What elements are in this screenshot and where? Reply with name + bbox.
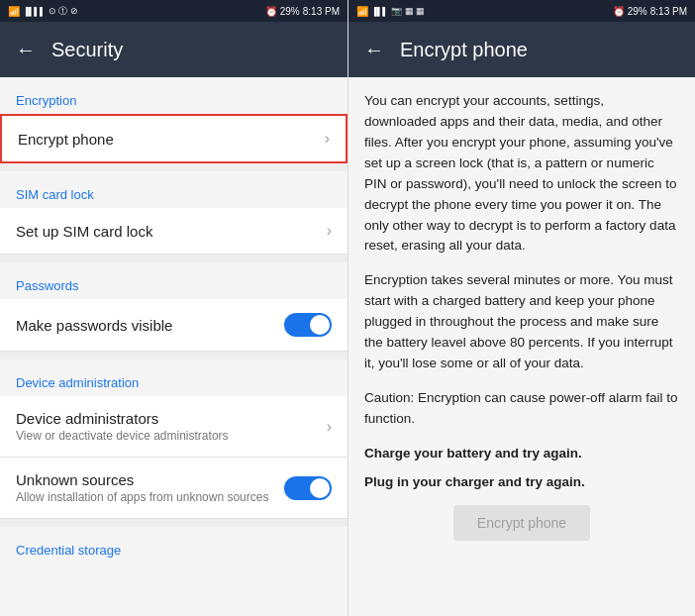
sim-card-lock-item[interactable]: Set up SIM card lock › xyxy=(0,208,348,255)
left-header: ← Security xyxy=(0,22,348,77)
section-label-encryption: Encryption xyxy=(0,77,348,114)
encrypt-description-3: Caution: Encryption can cause power-off … xyxy=(364,388,679,430)
passwords-visible-toggle[interactable] xyxy=(284,313,332,337)
left-status-bar: 📶 ▐▌▌▌ ⊙ ⓣ ⊘ ⏰ 29% 8:13 PM xyxy=(0,0,348,22)
device-admins-content: Device administrators View or deactivate… xyxy=(16,410,327,443)
unknown-sources-content: Unknown sources Allow installation of ap… xyxy=(16,471,284,504)
device-admins-item[interactable]: Device administrators View or deactivate… xyxy=(0,396,348,458)
signal-icon-2: ▐▌▌▌ xyxy=(23,7,46,16)
right-header: ← Encrypt phone xyxy=(348,22,695,77)
notification-icons-r: 📷 ▦ ▦ xyxy=(391,6,425,16)
notification-icons: ⊙ ⓣ ⊘ xyxy=(49,5,78,18)
passwords-visible-content: Make passwords visible xyxy=(16,317,284,334)
time-display-r: 8:13 PM xyxy=(650,6,687,17)
charge-battery-warning: Charge your battery and try again. xyxy=(364,444,679,464)
plug-charger-warning: Plug in your charger and try again. xyxy=(364,472,679,493)
encrypt-description-1: You can encrypt your accounts, settings,… xyxy=(364,91,679,257)
right-page-title: Encrypt phone xyxy=(400,39,528,61)
section-label-device-admin: Device administration xyxy=(0,359,348,396)
left-panel: 📶 ▐▌▌▌ ⊙ ⓣ ⊘ ⏰ 29% 8:13 PM ← Security En… xyxy=(0,0,348,616)
battery-level: 29% xyxy=(280,6,300,17)
divider-1 xyxy=(0,163,348,171)
encrypt-description-2: Encryption takes several minutes or more… xyxy=(364,270,679,374)
encrypt-phone-item[interactable]: Encrypt phone › xyxy=(0,114,348,163)
sim-card-lock-content: Set up SIM card lock xyxy=(16,223,327,240)
signal-icon: 📶 xyxy=(8,6,20,17)
signal-icon-r2: ▐▌▌ xyxy=(371,7,388,16)
section-label-passwords: Passwords xyxy=(0,262,348,299)
right-back-button[interactable]: ← xyxy=(364,39,384,61)
unknown-sources-toggle[interactable] xyxy=(284,476,332,500)
unknown-sources-item[interactable]: Unknown sources Allow installation of ap… xyxy=(0,458,348,519)
alarm-icon-r: ⏰ xyxy=(613,6,625,17)
time-display: 8:13 PM xyxy=(303,6,340,17)
sim-card-lock-label: Set up SIM card lock xyxy=(16,223,327,240)
alarm-icon: ⏰ xyxy=(265,6,277,17)
chevron-icon-3: › xyxy=(327,418,332,436)
right-panel-content: You can encrypt your accounts, settings,… xyxy=(348,77,695,616)
page-title: Security xyxy=(51,39,123,61)
right-status-right: ⏰ 29% 8:13 PM xyxy=(613,6,687,17)
right-status-icons: 📶 ▐▌▌ 📷 ▦ ▦ xyxy=(356,6,425,17)
divider-2 xyxy=(0,255,348,262)
back-button[interactable]: ← xyxy=(16,39,36,61)
divider-3 xyxy=(0,352,348,359)
signal-icon-r: 📶 xyxy=(356,6,368,17)
section-label-credential: Credential storage xyxy=(0,527,348,564)
chevron-icon-2: › xyxy=(327,222,332,240)
right-status-bar: 📶 ▐▌▌ 📷 ▦ ▦ ⏰ 29% 8:13 PM xyxy=(348,0,695,22)
device-admins-sub: View or deactivate device administrators xyxy=(16,429,327,443)
passwords-visible-item[interactable]: Make passwords visible xyxy=(0,299,348,352)
battery-level-r: 29% xyxy=(628,6,647,17)
passwords-visible-label: Make passwords visible xyxy=(16,317,284,334)
left-status-right: ⏰ 29% 8:13 PM xyxy=(265,6,340,17)
unknown-sources-sub: Allow installation of apps from unknown … xyxy=(16,490,284,504)
encrypt-phone-button[interactable]: Encrypt phone xyxy=(453,505,590,541)
encrypt-phone-content: Encrypt phone xyxy=(18,131,325,148)
divider-4 xyxy=(0,519,348,527)
unknown-sources-label: Unknown sources xyxy=(16,471,284,488)
left-panel-content: Encryption Encrypt phone › SIM card lock… xyxy=(0,77,348,616)
chevron-icon: › xyxy=(325,130,330,148)
right-panel: 📶 ▐▌▌ 📷 ▦ ▦ ⏰ 29% 8:13 PM ← Encrypt phon… xyxy=(348,0,695,616)
device-admins-label: Device administrators xyxy=(16,410,327,427)
left-status-icons: 📶 ▐▌▌▌ ⊙ ⓣ ⊘ xyxy=(8,5,78,18)
section-label-sim: SIM card lock xyxy=(0,171,348,208)
encrypt-phone-label: Encrypt phone xyxy=(18,131,325,148)
